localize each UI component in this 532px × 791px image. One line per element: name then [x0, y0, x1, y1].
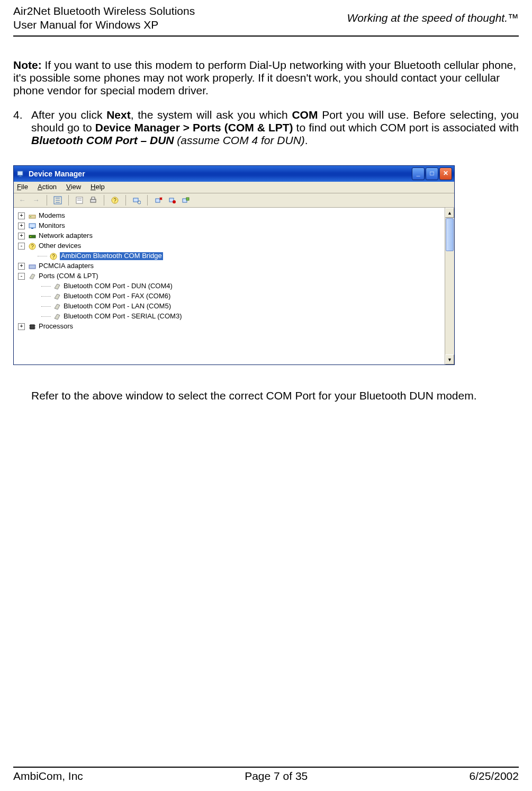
svg-point-24	[30, 216, 31, 217]
port-icon	[53, 313, 61, 321]
expand-icon[interactable]: +	[18, 223, 25, 229]
tree-label: Bluetooth COM Port - DUN (COM4)	[64, 282, 173, 290]
ports-icon	[28, 272, 37, 281]
toolbar-separator	[125, 195, 126, 206]
port-icon	[53, 303, 61, 311]
menu-bar: File Action View Help	[14, 182, 454, 193]
footer-left: AmbiCom, Inc	[13, 770, 83, 783]
toolbar-separator	[147, 195, 148, 206]
header-title-line2: User Manual for Windows XP	[13, 18, 195, 32]
update-driver-icon[interactable]	[181, 195, 191, 206]
port-icon	[53, 282, 61, 291]
tree-node-pcmcia[interactable]: + PCMCIA adapters	[18, 261, 443, 271]
forward-button[interactable]: →	[31, 195, 41, 206]
note-paragraph: Note: If you want to use this modem to p…	[13, 59, 519, 97]
footer-center: Page 7 of 35	[245, 770, 308, 783]
header-tagline: Working at the speed of thought.™	[347, 12, 519, 24]
window-title: Device Manager	[29, 170, 412, 178]
tree-node-ports[interactable]: - Ports (COM & LPT)	[18, 271, 443, 281]
port-icon	[53, 292, 61, 301]
toolbar-separator	[104, 195, 104, 206]
network-icon	[28, 232, 37, 241]
tree-node-modems[interactable]: + Modems	[18, 211, 443, 221]
tree-node-port-lan[interactable]: Bluetooth COM Port - LAN (COM5)	[18, 301, 443, 312]
toolbar: ← → ?	[14, 193, 454, 208]
tree-node-port-fax[interactable]: Bluetooth COM Port - FAX (COM6)	[18, 291, 443, 301]
menu-action[interactable]: Action	[38, 183, 57, 191]
menu-file[interactable]: File	[17, 183, 28, 191]
svg-rect-0	[17, 171, 23, 175]
scan-icon[interactable]	[131, 195, 142, 206]
svg-rect-27	[29, 235, 35, 238]
tree-node-network[interactable]: + Network adapters	[18, 231, 443, 241]
svg-text:?: ?	[113, 198, 116, 203]
svg-rect-10	[91, 199, 96, 202]
uninstall-icon[interactable]	[153, 195, 164, 206]
help-icon[interactable]: ?	[110, 195, 120, 206]
expand-icon[interactable]: +	[18, 263, 25, 270]
tree-node-other[interactable]: - ? Other devices	[18, 241, 443, 251]
svg-rect-1	[20, 175, 21, 176]
properties-icon[interactable]	[74, 195, 85, 206]
tree-label: Processors	[39, 323, 73, 331]
svg-rect-23	[29, 215, 35, 218]
tree-label: Ports (COM & LPT)	[39, 272, 98, 280]
vertical-scrollbar[interactable]: ▲ ▼	[445, 208, 454, 365]
maximize-button[interactable]: □	[426, 167, 438, 180]
processor-icon	[28, 323, 37, 331]
step4-btport: Bluetooth COM Port – DUN	[31, 134, 174, 146]
step4-pre: After you click	[31, 109, 106, 121]
svg-text:?: ?	[31, 244, 34, 250]
tree-label: Other devices	[39, 242, 81, 250]
svg-rect-16	[156, 199, 160, 202]
print-icon[interactable]	[88, 195, 98, 206]
monitor-icon	[28, 222, 37, 230]
tree-node-port-serial[interactable]: Bluetooth COM Port - SERIAL (COM3)	[18, 312, 443, 322]
expand-icon[interactable]: +	[18, 233, 25, 239]
menu-help[interactable]: Help	[91, 183, 105, 191]
note-label: Note:	[13, 59, 42, 71]
svg-rect-14	[133, 198, 138, 202]
svg-rect-34	[30, 325, 34, 329]
close-button[interactable]: ✕	[439, 167, 452, 180]
tree-label: Bluetooth COM Port - FAX (COM6)	[64, 292, 170, 300]
device-tree[interactable]: + Modems + Monitors	[14, 208, 445, 365]
menu-view[interactable]: View	[66, 183, 81, 191]
tree-view-icon[interactable]	[52, 195, 63, 206]
disable-icon[interactable]	[167, 195, 177, 206]
step-4-body: After you click Next, the system will as…	[31, 109, 519, 147]
tree-node-monitors[interactable]: + Monitors	[18, 221, 443, 231]
note-text: If you want to use this modem to perform…	[13, 59, 516, 96]
tree-line	[41, 306, 51, 307]
expand-icon[interactable]: +	[18, 323, 25, 330]
tree-line	[41, 286, 51, 287]
back-button[interactable]: ←	[17, 195, 28, 206]
toolbar-separator	[47, 195, 47, 206]
page-footer: AmbiCom, Inc Page 7 of 35 6/25/2002	[13, 767, 519, 783]
tree-node-processors[interactable]: + Processors	[18, 322, 443, 332]
device-manager-window: Device Manager _ □ ✕ File Action View He…	[13, 165, 455, 365]
collapse-icon[interactable]: -	[18, 243, 25, 250]
minimize-button[interactable]: _	[412, 167, 425, 180]
toolbar-separator	[68, 195, 69, 206]
svg-text:?: ?	[52, 254, 55, 260]
scroll-up-button[interactable]: ▲	[445, 208, 454, 218]
collapse-icon[interactable]: -	[18, 273, 25, 280]
svg-rect-22	[186, 198, 189, 200]
header-title: Air2Net Bluetooth Wireless Solutions Use…	[13, 4, 195, 32]
device-manager-screenshot: Device Manager _ □ ✕ File Action View He…	[13, 165, 519, 365]
tree-label: Modems	[39, 212, 65, 220]
tree-node-port-dun[interactable]: Bluetooth COM Port - DUN (COM4)	[18, 281, 443, 291]
tree-node-ambicom[interactable]: ? AmbiCom Bluetooth COM Bridge	[18, 251, 443, 261]
scroll-thumb[interactable]	[446, 218, 454, 251]
step4-period: .	[305, 134, 308, 146]
svg-rect-33	[29, 265, 35, 269]
titlebar[interactable]: Device Manager _ □ ✕	[14, 166, 454, 182]
scroll-down-button[interactable]: ▼	[445, 354, 454, 365]
expand-icon[interactable]: +	[18, 212, 25, 219]
tree-label: Bluetooth COM Port - SERIAL (COM3)	[64, 313, 182, 321]
app-icon	[17, 170, 25, 178]
scroll-track[interactable]	[445, 218, 454, 354]
pcmcia-icon	[28, 262, 37, 271]
footer-right: 6/25/2002	[470, 770, 519, 783]
